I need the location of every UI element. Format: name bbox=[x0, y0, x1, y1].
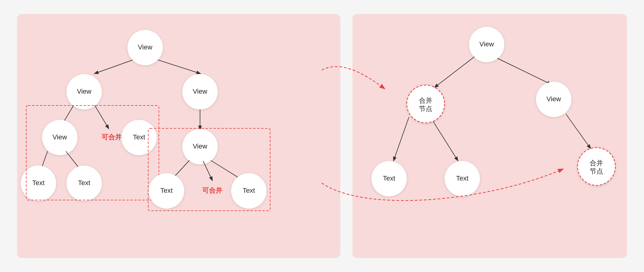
svg-text:View: View bbox=[77, 88, 91, 95]
svg-text:Text: Text bbox=[32, 179, 45, 187]
svg-text:Text: Text bbox=[456, 174, 468, 182]
svg-line-43 bbox=[433, 122, 458, 160]
svg-text:可合并: 可合并 bbox=[202, 187, 223, 194]
svg-text:节点: 节点 bbox=[419, 105, 432, 113]
left-root-view-label: View bbox=[138, 43, 152, 51]
svg-line-48 bbox=[566, 114, 590, 148]
svg-line-1 bbox=[153, 58, 200, 73]
svg-text:View: View bbox=[479, 40, 494, 48]
svg-text:节点: 节点 bbox=[590, 167, 603, 175]
svg-text:Text: Text bbox=[133, 133, 145, 141]
svg-text:合并: 合并 bbox=[419, 97, 432, 104]
svg-text:可合并: 可合并 bbox=[102, 133, 122, 141]
svg-text:Text: Text bbox=[78, 179, 90, 187]
svg-line-35 bbox=[435, 57, 474, 87]
svg-text:View: View bbox=[546, 95, 561, 103]
svg-line-36 bbox=[497, 58, 551, 84]
svg-text:View: View bbox=[193, 142, 207, 150]
svg-line-25 bbox=[203, 161, 212, 180]
left-panel: View View 可合并 View Text Text T bbox=[17, 14, 340, 258]
right-panel: View 合并 节点 View Text Text 合并 bbox=[352, 14, 627, 258]
svg-line-6 bbox=[95, 106, 109, 128]
svg-line-42 bbox=[394, 117, 409, 160]
main-container: View View 可合并 View Text Text T bbox=[8, 11, 636, 261]
svg-text:Text: Text bbox=[160, 187, 173, 194]
svg-text:Text: Text bbox=[243, 187, 255, 194]
svg-line-0 bbox=[95, 58, 138, 73]
svg-text:Text: Text bbox=[383, 174, 395, 182]
svg-text:View: View bbox=[52, 133, 67, 141]
svg-text:View: View bbox=[193, 88, 207, 95]
svg-text:合并: 合并 bbox=[590, 159, 603, 167]
